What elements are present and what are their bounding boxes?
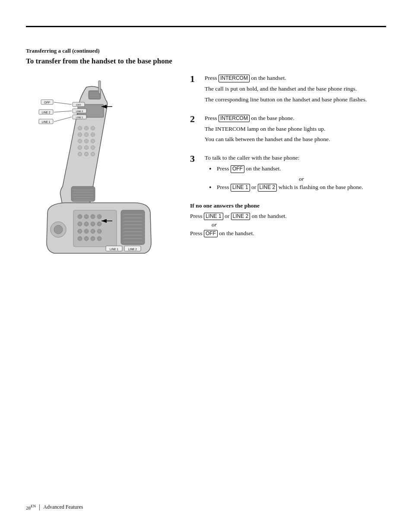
svg-text:LINE 1: LINE 1 bbox=[110, 248, 118, 251]
content-area: OFF LINE 2 LINE 1 bbox=[26, 74, 386, 261]
svg-point-26 bbox=[85, 152, 89, 156]
intercom-kbd-1: INTERCOM bbox=[219, 75, 250, 82]
svg-point-49 bbox=[84, 222, 89, 226]
off-kbd-1: OFF bbox=[231, 165, 244, 173]
svg-line-37 bbox=[54, 111, 72, 112]
svg-point-21 bbox=[91, 139, 95, 143]
svg-point-16 bbox=[78, 133, 82, 137]
svg-point-54 bbox=[91, 229, 95, 233]
svg-point-46 bbox=[91, 214, 95, 219]
illustration-area: OFF LINE 2 LINE 1 bbox=[26, 74, 181, 261]
step-2-number: 2 bbox=[190, 114, 202, 124]
step-3-number: 3 bbox=[190, 154, 202, 164]
line2-kbd-1: LINE 2 bbox=[258, 184, 277, 192]
svg-point-50 bbox=[91, 222, 95, 226]
svg-line-40 bbox=[54, 117, 72, 122]
svg-rect-28 bbox=[71, 186, 95, 201]
svg-point-48 bbox=[78, 222, 82, 226]
svg-rect-60 bbox=[121, 210, 145, 245]
svg-point-45 bbox=[84, 214, 89, 219]
step-3-bullet-1: • Press OFF on the handset. bbox=[209, 165, 386, 173]
footer-page-num: 28EN bbox=[26, 504, 36, 510]
bullet-dot-1: • bbox=[209, 165, 217, 173]
svg-rect-5 bbox=[98, 81, 101, 94]
svg-point-47 bbox=[97, 214, 101, 219]
svg-text:LINE 2: LINE 2 bbox=[42, 111, 51, 114]
svg-point-51 bbox=[97, 222, 101, 226]
no-answer-section: If no one answers the phone Press LINE 1… bbox=[190, 202, 386, 238]
step-1-number: 1 bbox=[190, 74, 202, 84]
step-3-intro: To talk to the caller with the base phon… bbox=[205, 154, 386, 162]
svg-text:LINE 1: LINE 1 bbox=[42, 120, 51, 123]
svg-text:OFF: OFF bbox=[76, 104, 81, 106]
svg-point-58 bbox=[91, 236, 95, 241]
svg-point-20 bbox=[85, 139, 89, 143]
footer-superscript: EN bbox=[31, 504, 36, 508]
step-1-line-3: The corresponding line button on the han… bbox=[205, 96, 386, 104]
footer-divider bbox=[39, 504, 40, 510]
no-answer-or: or bbox=[212, 221, 386, 228]
svg-point-52 bbox=[78, 229, 82, 233]
svg-point-19 bbox=[78, 139, 82, 143]
svg-text:LINE 2: LINE 2 bbox=[128, 248, 137, 251]
step-3: 3 To talk to the caller with the base ph… bbox=[190, 154, 386, 194]
phone-illustration: OFF LINE 2 LINE 1 bbox=[26, 74, 173, 260]
svg-text:OFF: OFF bbox=[44, 101, 50, 104]
step-3-content: To talk to the caller with the base phon… bbox=[205, 154, 386, 194]
svg-point-17 bbox=[85, 133, 89, 137]
intercom-kbd-2: INTERCOM bbox=[219, 115, 250, 123]
bullet-dot-2: • bbox=[209, 183, 217, 192]
footer: 28EN Advanced Features bbox=[26, 504, 83, 510]
svg-point-23 bbox=[85, 146, 89, 150]
svg-point-56 bbox=[78, 236, 82, 241]
step-2-line-3: You can talk between the handset and the… bbox=[205, 135, 386, 144]
svg-point-71 bbox=[54, 225, 63, 234]
svg-point-44 bbox=[78, 214, 82, 219]
section-title: Transferring a call (continued) bbox=[26, 47, 386, 54]
page: Transferring a call (continued) To trans… bbox=[0, 0, 412, 532]
step-1-line-2: The call is put on hold, and the handset… bbox=[205, 85, 386, 93]
svg-point-25 bbox=[78, 152, 82, 156]
svg-point-14 bbox=[85, 126, 89, 130]
no-answer-title: If no one answers the phone bbox=[190, 202, 386, 209]
svg-point-53 bbox=[84, 229, 89, 233]
instructions-area: 1 Press INTERCOM on the handset. The cal… bbox=[181, 74, 386, 261]
step-3-bullet-2: • Press LINE 1 or LINE 2 which is flashi… bbox=[209, 183, 386, 192]
step-3-or-1: or bbox=[217, 176, 386, 183]
svg-point-22 bbox=[78, 146, 82, 150]
no-answer-line-2: Press OFF on the handset. bbox=[190, 229, 386, 238]
step-3-bullet-2-text: Press LINE 1 or LINE 2 which is flashing… bbox=[217, 183, 363, 192]
line2-kbd-2: LINE 2 bbox=[231, 213, 250, 220]
main-title: To transfer from the handset to the base… bbox=[26, 57, 386, 66]
step-2-line-2: The INTERCOM lamp on the base phone ligh… bbox=[205, 125, 386, 133]
step-1-line-1: Press INTERCOM on the handset. bbox=[205, 74, 386, 82]
svg-point-57 bbox=[84, 236, 89, 241]
step-1: 1 Press INTERCOM on the handset. The cal… bbox=[190, 74, 386, 107]
footer-section: Advanced Features bbox=[43, 504, 83, 510]
svg-point-18 bbox=[91, 133, 95, 137]
line1-kbd-1: LINE 1 bbox=[231, 184, 250, 192]
line1-kbd-2: LINE 1 bbox=[204, 213, 223, 220]
svg-line-34 bbox=[54, 102, 72, 104]
svg-point-27 bbox=[91, 152, 95, 156]
svg-point-15 bbox=[91, 126, 95, 130]
top-border bbox=[26, 26, 386, 27]
svg-point-59 bbox=[97, 236, 101, 241]
no-answer-line-1: Press LINE 1 or LINE 2 on the handset. bbox=[190, 212, 386, 220]
off-kbd-2: OFF bbox=[204, 230, 218, 238]
step-3-bullet-1-text: Press OFF on the handset. bbox=[217, 165, 281, 173]
svg-point-55 bbox=[97, 229, 101, 233]
step-3-bullets: • Press OFF on the handset. or • Press L… bbox=[209, 165, 386, 192]
svg-text:LINE 2: LINE 2 bbox=[76, 110, 83, 113]
step-2-content: Press INTERCOM on the base phone. The IN… bbox=[205, 114, 386, 147]
svg-point-24 bbox=[91, 146, 95, 150]
step-2: 2 Press INTERCOM on the base phone. The … bbox=[190, 114, 386, 147]
step-1-content: Press INTERCOM on the handset. The call … bbox=[205, 74, 386, 107]
svg-point-13 bbox=[78, 126, 82, 130]
step-2-line-1: Press INTERCOM on the base phone. bbox=[205, 114, 386, 123]
svg-text:LINE 1: LINE 1 bbox=[76, 116, 83, 119]
